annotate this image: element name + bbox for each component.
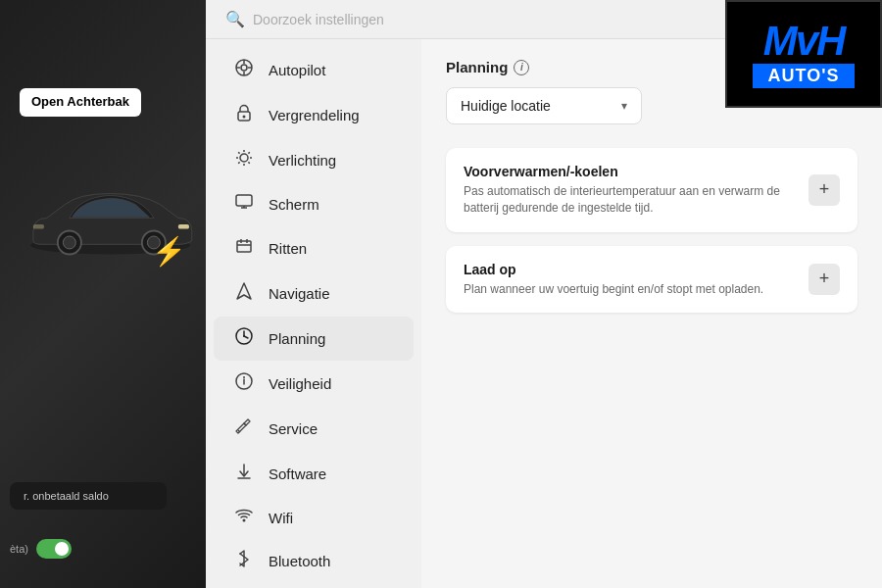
svg-rect-27 bbox=[237, 241, 251, 252]
bluetooth-label: Bluetooth bbox=[269, 553, 330, 569]
chevron-down-icon: ▾ bbox=[621, 99, 627, 113]
toggle-area: èta) bbox=[10, 539, 72, 559]
sidebar-item-upgrades[interactable]: Upgrades bbox=[214, 584, 414, 588]
search-left: 🔍 Doorzoek instellingen bbox=[225, 10, 790, 28]
location-dropdown[interactable]: Huidige locatie ▾ bbox=[446, 87, 642, 124]
planning-section-title: Planning bbox=[446, 59, 508, 75]
sidebar-item-veiligheid[interactable]: Veiligheid bbox=[214, 362, 414, 406]
svg-point-38 bbox=[243, 519, 246, 522]
sidebar-item-service[interactable]: Service bbox=[214, 407, 414, 451]
sidebar-item-scherm[interactable]: Scherm bbox=[214, 183, 414, 225]
svg-line-20 bbox=[238, 152, 239, 153]
veiligheid-label: Veiligheid bbox=[269, 375, 331, 392]
svg-rect-24 bbox=[236, 195, 252, 206]
voorverwarmen-card: Voorverwarmen/-koelen Pas automatisch de… bbox=[446, 148, 858, 232]
open-achterbak-button[interactable]: Open Achterbak bbox=[20, 88, 141, 117]
svg-point-32 bbox=[243, 335, 245, 337]
navigatie-label: Navigatie bbox=[269, 285, 330, 302]
sidebar-item-autopilot[interactable]: Autopilot bbox=[214, 48, 414, 92]
laad-op-desc: Plan wanneer uw voertuig begint en/of st… bbox=[464, 281, 793, 298]
sidebar-item-navigatie[interactable]: Navigatie bbox=[214, 271, 414, 316]
mvh-logo: MvH AUTO'S bbox=[725, 0, 882, 108]
balance-card: r. onbetaald saldo bbox=[10, 482, 167, 510]
svg-rect-5 bbox=[178, 224, 189, 229]
sidebar-item-planning[interactable]: Planning bbox=[214, 317, 414, 361]
laad-op-title: Laad op bbox=[464, 262, 793, 277]
content-area: Autopilot Vergrendeling bbox=[206, 39, 882, 588]
location-value: Huidige locatie bbox=[461, 98, 551, 114]
service-icon bbox=[233, 417, 255, 440]
planning-label: Planning bbox=[269, 330, 325, 347]
veiligheid-icon bbox=[233, 372, 255, 395]
wifi-label: Wifi bbox=[269, 510, 293, 526]
sidebar-item-bluetooth[interactable]: Bluetooth bbox=[214, 539, 414, 583]
light-icon bbox=[233, 149, 255, 172]
lightning-icon: ⚡ bbox=[152, 235, 186, 268]
scherm-label: Scherm bbox=[269, 196, 319, 213]
mvh-subtitle: AUTO'S bbox=[753, 64, 856, 88]
svg-line-22 bbox=[248, 152, 249, 153]
bluetooth-icon bbox=[233, 550, 255, 572]
sidebar-item-ritten[interactable]: Ritten bbox=[214, 226, 414, 270]
navigatie-icon bbox=[233, 282, 255, 305]
sidebar-item-vergrendeling[interactable]: Vergrendeling bbox=[214, 93, 414, 137]
svg-point-14 bbox=[243, 116, 246, 119]
svg-point-8 bbox=[241, 65, 247, 71]
lock-icon bbox=[233, 104, 255, 126]
autopilot-icon bbox=[233, 59, 255, 81]
laad-op-content: Laad op Plan wanneer uw voertuig begint … bbox=[464, 262, 808, 298]
sidebar-item-wifi[interactable]: Wifi bbox=[214, 497, 414, 538]
voorverwarmen-desc: Pas automatisch de interieurtemperatuur … bbox=[464, 183, 793, 217]
software-label: Software bbox=[269, 466, 326, 482]
car-panel: Open Achterbak ⚡ r. onbetaald saldo èt bbox=[0, 0, 206, 588]
software-icon bbox=[233, 463, 255, 485]
laad-op-card: Laad op Plan wanneer uw voertuig begint … bbox=[446, 246, 858, 314]
sidebar-item-software[interactable]: Software bbox=[214, 452, 414, 496]
voorverwarmen-add-button[interactable]: + bbox=[808, 174, 840, 206]
svg-rect-6 bbox=[33, 224, 44, 229]
svg-line-21 bbox=[248, 162, 249, 163]
vergrendeling-label: Vergrendeling bbox=[269, 107, 360, 123]
svg-point-15 bbox=[240, 154, 248, 162]
ritten-label: Ritten bbox=[269, 240, 307, 257]
laad-op-add-button[interactable]: + bbox=[808, 264, 840, 295]
mvh-title: MvH bbox=[763, 21, 845, 62]
sidebar-nav: Autopilot Vergrendeling bbox=[206, 39, 421, 588]
wifi-icon bbox=[233, 508, 255, 527]
svg-point-2 bbox=[63, 236, 75, 249]
svg-point-35 bbox=[243, 376, 245, 378]
ritten-icon bbox=[233, 237, 255, 260]
svg-line-23 bbox=[238, 162, 239, 163]
svg-line-36 bbox=[238, 430, 240, 432]
sidebar-item-verlichting[interactable]: Verlichting bbox=[214, 138, 414, 182]
voorverwarmen-content: Voorverwarmen/-koelen Pas automatisch de… bbox=[464, 164, 808, 217]
service-label: Service bbox=[269, 420, 318, 437]
planning-icon bbox=[233, 327, 255, 350]
verlichting-label: Verlichting bbox=[269, 152, 336, 169]
autopilot-label: Autopilot bbox=[269, 62, 325, 78]
search-placeholder: Doorzoek instellingen bbox=[253, 12, 384, 27]
car-image: ⚡ bbox=[20, 176, 196, 264]
search-icon: 🔍 bbox=[225, 10, 245, 28]
voorverwarmen-title: Voorverwarmen/-koelen bbox=[464, 164, 793, 179]
eta-toggle[interactable] bbox=[36, 539, 72, 559]
main-content: Planning i Huidige locatie ▾ Voorverwarm… bbox=[421, 39, 882, 588]
planning-info-icon[interactable]: i bbox=[514, 60, 529, 75]
screen-icon bbox=[233, 194, 255, 215]
